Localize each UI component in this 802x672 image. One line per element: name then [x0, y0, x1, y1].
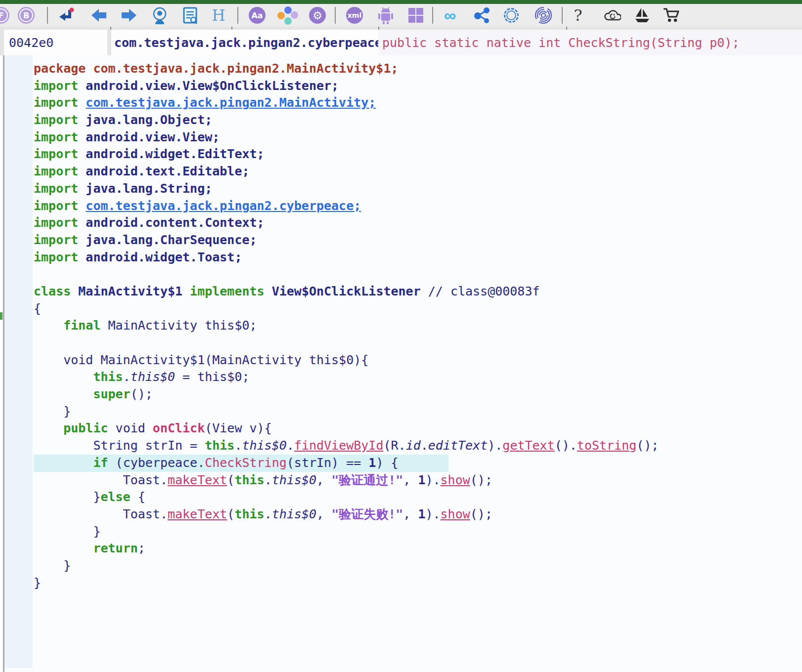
- xml-glyph: xml: [346, 7, 363, 24]
- method-address-cell[interactable]: 0042e0: [4, 30, 107, 55]
- code-line[interactable]: import java.lang.String;: [34, 180, 802, 198]
- code-line[interactable]: import android.view.View;: [34, 129, 802, 146]
- method-link[interactable]: makeText: [168, 507, 227, 521]
- question-glyph: ?: [574, 6, 582, 25]
- windows-icon[interactable]: [407, 6, 425, 24]
- code-line[interactable]: public void onClick(View v){: [34, 420, 802, 437]
- code-line[interactable]: import android.text.Editable;: [34, 163, 802, 180]
- fingerprint-icon[interactable]: [535, 6, 552, 24]
- code-line[interactable]: super();: [34, 386, 802, 403]
- font-aa-icon[interactable]: Aa: [248, 6, 266, 24]
- method-class-cell[interactable]: com.testjava.jack.pingan2.cyberpeace: [111, 30, 380, 55]
- android-icon[interactable]: [377, 6, 395, 24]
- color-cluster-icon[interactable]: [277, 6, 295, 24]
- method-signature-cell[interactable]: public static native int CheckString(Str…: [378, 30, 802, 55]
- code-line[interactable]: [34, 266, 802, 283]
- native-methods-table-row[interactable]: 0042e0 com.testjava.jack.pingan2.cyberpe…: [0, 27, 802, 55]
- letter-f-icon[interactable]: F: [0, 6, 10, 24]
- code-line[interactable]: package com.testjava.jack.pingan2.MainAc…: [34, 60, 802, 78]
- code-token: android.view.View$OnClickListener;: [86, 79, 339, 93]
- toolbar: F B: [0, 4, 802, 27]
- code-line[interactable]: import android.view.View$OnClickListener…: [34, 78, 802, 95]
- code-line[interactable]: }: [34, 403, 802, 420]
- sailboat-icon[interactable]: [633, 6, 651, 24]
- code-token: java.lang.Object;: [86, 113, 212, 127]
- code-line[interactable]: import android.widget.EditText;: [34, 146, 802, 163]
- code-token: ;: [138, 541, 145, 555]
- letter-b-icon[interactable]: B: [17, 6, 35, 24]
- method-link[interactable]: findViewById: [294, 438, 384, 453]
- code-token: (: [227, 507, 234, 521]
- code-token: final: [63, 318, 108, 333]
- code-token: this$0: [272, 507, 316, 521]
- import-link[interactable]: com.testjava.jack.pingan2.cyberpeace;: [86, 199, 361, 213]
- code-line[interactable]: Toast.makeText(this.this$0, "验证失败!", 1).…: [34, 506, 802, 523]
- code-line-highlighted[interactable]: if (cyberpeace.CheckString(strIn) == 1) …: [34, 455, 802, 472]
- infinity-glyph: ∞: [444, 7, 456, 24]
- user-icon[interactable]: [151, 6, 169, 24]
- code-token: }: [34, 524, 100, 539]
- method-link[interactable]: makeText: [168, 473, 227, 487]
- letter-h-icon[interactable]: H: [210, 6, 227, 24]
- code-line[interactable]: String strIn = this.this$0.findViewById(…: [34, 437, 802, 455]
- code-line[interactable]: {: [34, 300, 802, 318]
- code-line[interactable]: import com.testjava.jack.pingan2.cyberpe…: [34, 198, 802, 215]
- code-line[interactable]: return;: [34, 540, 802, 557]
- code-line[interactable]: this.this$0 = this$0;: [34, 369, 802, 386]
- code-line[interactable]: }: [34, 575, 802, 592]
- code-line[interactable]: }: [34, 523, 802, 541]
- code-token: "验证失败!": [331, 507, 403, 521]
- code-token: this: [205, 438, 234, 453]
- code-lines[interactable]: package com.testjava.jack.pingan2.MainAc…: [33, 55, 802, 672]
- method-link[interactable]: show: [441, 507, 470, 521]
- nav-back-icon[interactable]: [90, 6, 108, 24]
- code-line[interactable]: final MainActivity this$0;: [34, 317, 802, 335]
- method-link[interactable]: getText: [502, 438, 554, 453]
- share-glyph: [474, 7, 490, 24]
- cart-glyph: [663, 7, 680, 24]
- code-line[interactable]: import com.testjava.jack.pingan2.MainAct…: [34, 94, 802, 112]
- decompiled-code-editor[interactable]: package com.testjava.jack.pingan2.MainAc…: [0, 55, 802, 672]
- code-line[interactable]: import android.widget.Toast;: [34, 249, 802, 266]
- code-line[interactable]: }: [34, 557, 802, 575]
- code-line[interactable]: import java.lang.Object;: [34, 112, 802, 129]
- code-line[interactable]: Toast.makeText(this.this$0, "验证通过!", 1).…: [34, 472, 802, 489]
- code-token: android.widget.Toast;: [86, 250, 242, 264]
- method-link[interactable]: show: [441, 473, 470, 487]
- nav-forward-icon[interactable]: [120, 6, 138, 24]
- code-token: this$0: [242, 438, 286, 453]
- code-line[interactable]: void MainActivity$1(MainActivity this$0)…: [34, 352, 802, 369]
- code-line[interactable]: }else {: [34, 489, 802, 506]
- code-token: ,: [316, 473, 331, 487]
- import-link[interactable]: com.testjava.jack.pingan2.MainActivity;: [86, 95, 376, 110]
- code-token: (strIn) ==: [287, 456, 369, 470]
- method-link[interactable]: toString: [577, 438, 636, 453]
- code-token: id: [406, 438, 421, 453]
- share-graph-icon[interactable]: [473, 6, 491, 24]
- code-token: Toast.: [34, 507, 168, 521]
- xml-icon[interactable]: xml: [346, 6, 363, 24]
- forward-arrow-glyph: [121, 7, 137, 23]
- code-line[interactable]: [34, 335, 802, 352]
- code-line[interactable]: import android.content.Context;: [34, 214, 802, 232]
- code-token: Toast.: [34, 473, 168, 487]
- cloud-sync-icon[interactable]: [603, 6, 621, 24]
- code-token: MainActivity$1: [78, 284, 190, 298]
- gear-icon[interactable]: ⚙: [309, 6, 326, 24]
- code-line[interactable]: import java.lang.CharSequence;: [34, 232, 802, 249]
- code-token: .: [265, 473, 272, 487]
- back-arrow-glyph: [90, 7, 107, 23]
- editor-gutter: [4, 55, 33, 668]
- infinity-icon[interactable]: ∞: [441, 6, 459, 24]
- toolbar-separator: [335, 7, 336, 24]
- code-line[interactable]: class MainActivity$1 implements View$OnC…: [34, 283, 802, 300]
- dashed-circle-icon[interactable]: [502, 6, 520, 24]
- help-icon[interactable]: ?: [569, 6, 587, 24]
- cart-icon[interactable]: [663, 6, 680, 24]
- code-token: this: [234, 473, 264, 487]
- code-token: 1: [418, 507, 425, 521]
- code-token: (View v){: [205, 421, 271, 435]
- code-token: .: [234, 438, 242, 453]
- bent-arrow-icon[interactable]: [56, 6, 74, 24]
- document-certificate-icon[interactable]: [181, 6, 199, 24]
